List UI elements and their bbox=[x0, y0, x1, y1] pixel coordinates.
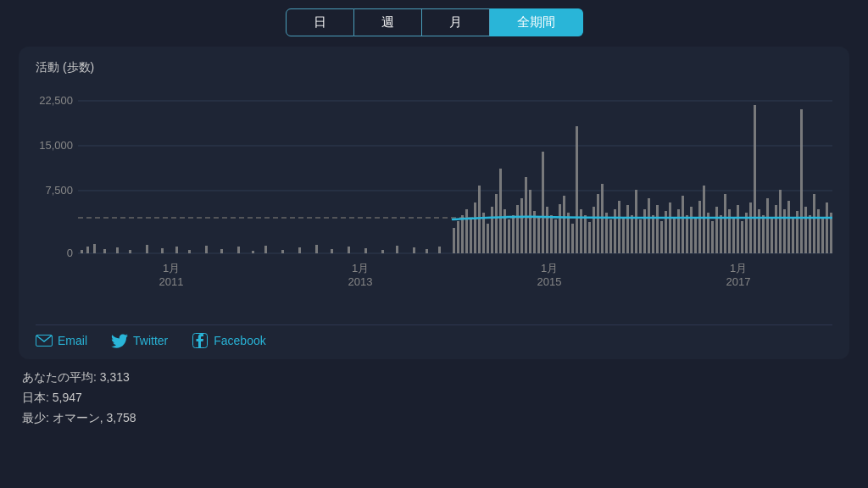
svg-rect-113 bbox=[783, 209, 786, 253]
svg-rect-63 bbox=[571, 224, 574, 253]
svg-rect-121 bbox=[817, 209, 820, 253]
facebook-share-button[interactable]: Facebook bbox=[192, 334, 265, 347]
email-icon bbox=[36, 334, 53, 347]
svg-rect-12 bbox=[103, 249, 106, 253]
svg-rect-57 bbox=[546, 207, 548, 253]
svg-rect-39 bbox=[470, 218, 472, 253]
svg-text:1月: 1月 bbox=[541, 262, 558, 274]
svg-rect-50 bbox=[516, 205, 519, 253]
svg-rect-115 bbox=[792, 218, 794, 253]
svg-rect-43 bbox=[487, 224, 489, 253]
svg-rect-114 bbox=[787, 201, 790, 253]
svg-rect-36 bbox=[457, 221, 459, 253]
svg-rect-26 bbox=[315, 245, 318, 253]
svg-rect-48 bbox=[508, 219, 510, 253]
svg-rect-19 bbox=[205, 246, 208, 253]
svg-rect-87 bbox=[673, 218, 676, 253]
svg-rect-61 bbox=[563, 196, 565, 253]
svg-rect-101 bbox=[732, 218, 735, 253]
svg-rect-14 bbox=[129, 250, 131, 253]
svg-rect-99 bbox=[724, 194, 726, 253]
svg-rect-30 bbox=[381, 250, 384, 253]
svg-text:2013: 2013 bbox=[348, 275, 373, 288]
svg-text:7,500: 7,500 bbox=[45, 184, 73, 197]
svg-rect-21 bbox=[237, 247, 240, 253]
svg-rect-45 bbox=[495, 194, 498, 253]
svg-rect-64 bbox=[576, 126, 578, 253]
svg-rect-59 bbox=[554, 219, 557, 253]
svg-rect-33 bbox=[426, 249, 428, 253]
svg-rect-38 bbox=[465, 209, 468, 253]
svg-text:2017: 2017 bbox=[726, 275, 751, 288]
svg-rect-123 bbox=[826, 202, 828, 253]
svg-rect-110 bbox=[771, 218, 773, 253]
svg-rect-68 bbox=[593, 207, 595, 253]
svg-rect-97 bbox=[715, 207, 718, 253]
svg-rect-74 bbox=[618, 201, 620, 253]
svg-rect-109 bbox=[766, 198, 769, 253]
svg-rect-73 bbox=[614, 209, 616, 253]
svg-text:0: 0 bbox=[67, 247, 73, 259]
svg-text:22,500: 22,500 bbox=[39, 94, 73, 107]
svg-rect-107 bbox=[758, 209, 760, 253]
svg-rect-28 bbox=[348, 247, 350, 253]
svg-rect-79 bbox=[639, 219, 642, 253]
tab-week[interactable]: 週 bbox=[354, 8, 422, 36]
svg-rect-82 bbox=[652, 215, 654, 253]
twitter-label: Twitter bbox=[133, 334, 168, 347]
facebook-label: Facebook bbox=[214, 334, 265, 347]
svg-rect-49 bbox=[512, 215, 515, 253]
chart-title: 活動 (歩数) bbox=[36, 60, 832, 75]
svg-rect-120 bbox=[813, 194, 815, 253]
svg-rect-100 bbox=[728, 209, 731, 253]
svg-rect-34 bbox=[438, 247, 441, 253]
svg-rect-96 bbox=[711, 221, 714, 253]
svg-rect-112 bbox=[779, 190, 782, 253]
twitter-share-button[interactable]: Twitter bbox=[111, 334, 168, 347]
svg-rect-94 bbox=[703, 186, 705, 253]
svg-rect-89 bbox=[682, 196, 684, 253]
svg-rect-108 bbox=[762, 215, 765, 253]
svg-rect-16 bbox=[161, 248, 164, 253]
svg-rect-117 bbox=[800, 109, 803, 253]
svg-text:1月: 1月 bbox=[163, 262, 180, 274]
stats-area: あなたの平均: 3,313 日本: 5,947 最少: オマーン, 3,758 bbox=[19, 368, 849, 428]
email-label: Email bbox=[58, 334, 87, 347]
svg-rect-66 bbox=[584, 215, 587, 253]
svg-rect-31 bbox=[396, 246, 398, 253]
svg-rect-92 bbox=[694, 218, 697, 253]
svg-rect-91 bbox=[690, 207, 693, 253]
svg-rect-93 bbox=[698, 201, 701, 253]
svg-rect-119 bbox=[809, 215, 811, 253]
tab-day[interactable]: 日 bbox=[286, 8, 354, 36]
svg-rect-41 bbox=[478, 186, 481, 253]
svg-text:1月: 1月 bbox=[352, 262, 369, 274]
svg-rect-106 bbox=[754, 105, 756, 253]
svg-rect-86 bbox=[669, 202, 671, 253]
svg-rect-37 bbox=[461, 215, 464, 253]
svg-rect-44 bbox=[491, 207, 493, 253]
tab-month[interactable]: 月 bbox=[422, 8, 490, 36]
tab-all[interactable]: 全期間 bbox=[490, 8, 583, 36]
svg-rect-118 bbox=[804, 207, 807, 253]
svg-rect-88 bbox=[677, 209, 680, 253]
svg-rect-105 bbox=[749, 202, 752, 253]
stat-min: 最少: オマーン, 3,758 bbox=[22, 408, 849, 429]
svg-rect-81 bbox=[648, 198, 650, 253]
svg-rect-11 bbox=[93, 244, 96, 253]
svg-rect-55 bbox=[537, 218, 540, 253]
svg-rect-122 bbox=[821, 218, 824, 253]
svg-rect-27 bbox=[331, 249, 333, 253]
svg-rect-10 bbox=[86, 247, 89, 253]
svg-rect-35 bbox=[453, 228, 455, 253]
svg-rect-22 bbox=[252, 251, 254, 253]
svg-rect-20 bbox=[220, 249, 223, 253]
share-bar: Email Twitter Facebook bbox=[36, 324, 832, 347]
svg-rect-51 bbox=[520, 198, 523, 253]
svg-rect-76 bbox=[626, 205, 629, 253]
email-share-button[interactable]: Email bbox=[36, 334, 87, 347]
stat-average: あなたの平均: 3,313 bbox=[22, 368, 849, 388]
svg-rect-17 bbox=[175, 247, 178, 253]
svg-rect-56 bbox=[542, 152, 544, 253]
svg-rect-58 bbox=[550, 215, 553, 253]
